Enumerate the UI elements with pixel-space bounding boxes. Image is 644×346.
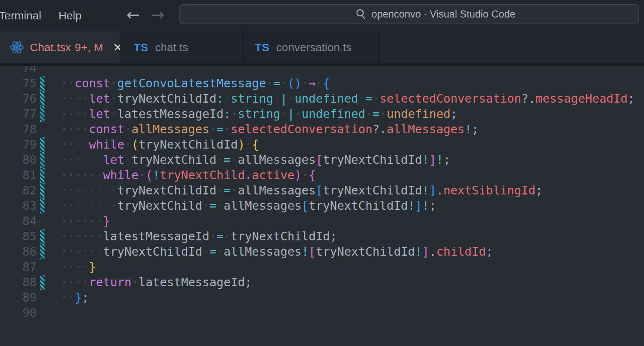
code-token: ! [415,245,422,258]
typescript-icon: TS [255,41,269,54]
react-icon [10,40,24,54]
code-token: · [216,184,224,197]
code-token: ; [245,275,252,289]
command-center-search[interactable]: openconvo - Visual Studio Code [179,4,639,24]
code-line-text[interactable]: ······} [61,213,110,229]
code-token: · [224,122,231,136]
code-token: · [366,107,373,121]
menu-item-terminal[interactable]: Terminal [0,4,50,27]
typescript-icon: TS [134,41,148,54]
code-line-text[interactable]: ····let·latestMessageId:·string·|·undefi… [61,106,457,122]
line-number[interactable]: 86 [0,244,37,259]
git-modified-indicator[interactable] [40,76,44,91]
code-token: active [252,168,295,182]
line-number[interactable]: 87 [0,259,37,275]
git-gutter [40,66,44,76]
code-token: ! [302,245,309,258]
tab-conversation-ts[interactable]: TS conversation.ts [244,31,380,63]
code-token: tryNextChildId [117,92,217,105]
line-number[interactable]: 89 [0,290,37,305]
code-line-text[interactable]: ··}; [61,290,89,305]
code-line-text[interactable]: ····const·allMessages·=·selectedConversa… [61,122,479,137]
menu-bar: Terminal Help [0,0,90,31]
git-modified-indicator[interactable] [40,244,44,259]
git-gutter [40,213,44,229]
git-modified-indicator[interactable] [40,168,44,183]
line-number[interactable]: 78 [0,122,37,137]
code-line-text[interactable]: ········tryNextChild·=·allMessages[tryNe… [61,198,436,213]
code-token: } [103,214,110,228]
code-token: ········ [61,184,117,197]
line-number[interactable]: 85 [0,229,37,244]
line-number[interactable]: 76 [0,91,37,106]
code-token: | [287,107,295,121]
git-modified-indicator[interactable] [40,152,44,168]
code-token: | [280,92,287,105]
git-modified-indicator[interactable] [40,198,44,213]
git-gutter [40,259,44,275]
git-modified-indicator[interactable] [40,275,44,290]
git-modified-indicator[interactable] [40,137,44,152]
line-number[interactable]: 84 [0,213,37,229]
code-token: let [103,153,124,166]
code-line-text[interactable]: ····while·(tryNextChildId)·{ [61,137,259,152]
code-line: 82········tryNextChildId·=·allMessages[t… [0,183,644,198]
code-token: : [224,107,231,121]
code-token: · [358,92,366,105]
code-token: ; [450,107,457,121]
code-token: = [224,184,231,197]
code-line-text[interactable]: ······while·(!tryNextChild.active)·{ [61,168,316,183]
code-token: tryNextChild [160,168,245,182]
line-number[interactable]: 81 [0,168,37,183]
forward-arrow-icon[interactable]: → [148,0,167,31]
code-token: · [373,92,380,105]
back-arrow-icon[interactable]: ← [123,0,143,31]
line-number[interactable]: 80 [0,152,37,168]
code-token: ! [422,199,429,212]
code-line-text[interactable]: ······tryNextChildId·=·allMessages![tryN… [61,244,493,259]
code-token: · [231,184,238,197]
code-line-text[interactable]: ······let·tryNextChild·=·allMessages[try… [61,152,450,168]
code-token: tryNextChildId [316,245,415,258]
code-token: · [110,92,117,105]
code-token: ! [422,153,429,166]
line-number[interactable]: 75 [0,76,37,91]
code-line: 89··}; [0,290,644,305]
code-line-text[interactable]: ········tryNextChildId·=·allMessages[try… [61,183,543,198]
line-number[interactable]: 90 [0,305,37,321]
line-number[interactable]: 88 [0,275,37,290]
code-token: ; [486,245,493,258]
code-token: · [139,168,146,182]
code-token: = [209,245,216,258]
git-modified-indicator[interactable] [40,91,44,106]
code-token: tryNextChildId [231,230,330,243]
code-token: ···· [61,260,89,274]
code-line: 77····let·latestMessageId:·string·|·unde… [0,106,644,122]
code-token: ! [408,199,415,212]
git-modified-indicator[interactable] [40,106,44,122]
code-line: 81······while·(!tryNextChild.active)·{ [0,168,644,183]
line-number[interactable]: 82 [0,183,37,198]
code-token: ] [422,245,429,258]
code-editor[interactable]: 7475··const·getConvoLatestMessage·=·()·⇒… [0,66,644,346]
code-token: { [252,138,259,151]
line-number[interactable]: 77 [0,106,37,122]
code-token: · [216,199,224,212]
code-line-text[interactable]: ····let·tryNextChildId:·string·|·undefin… [61,91,635,106]
code-token: ; [443,153,450,166]
tab-chat-tsx[interactable]: Chat.tsx 9+, M ✕ [0,31,120,63]
git-modified-indicator[interactable] [40,183,44,198]
code-line-text[interactable]: ····return·latestMessageId; [61,275,252,290]
code-token: selectedConversation [231,122,372,136]
line-number[interactable]: 79 [0,137,37,152]
menu-item-help[interactable]: Help [50,4,90,27]
line-number[interactable]: 74 [0,66,37,76]
git-modified-indicator[interactable] [40,229,44,244]
code-line-text[interactable]: ······latestMessageId·=·tryNextChildId; [61,229,337,244]
code-token: · [280,107,287,121]
code-line-text[interactable]: ··const·getConvoLatestMessage·=·()·⇒·{ [61,76,330,91]
tab-chat-ts[interactable]: TS chat.ts [120,31,244,63]
code-token: · [124,122,132,136]
line-number[interactable]: 83 [0,198,37,213]
code-line-text[interactable]: ····} [61,259,96,275]
